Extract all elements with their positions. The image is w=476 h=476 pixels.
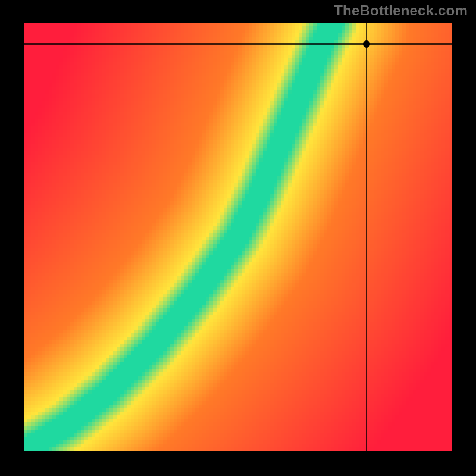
bottleneck-heatmap — [24, 23, 452, 451]
watermark-text: TheBottleneck.com — [334, 2, 468, 19]
chart-container: TheBottleneck.com — [0, 0, 476, 476]
